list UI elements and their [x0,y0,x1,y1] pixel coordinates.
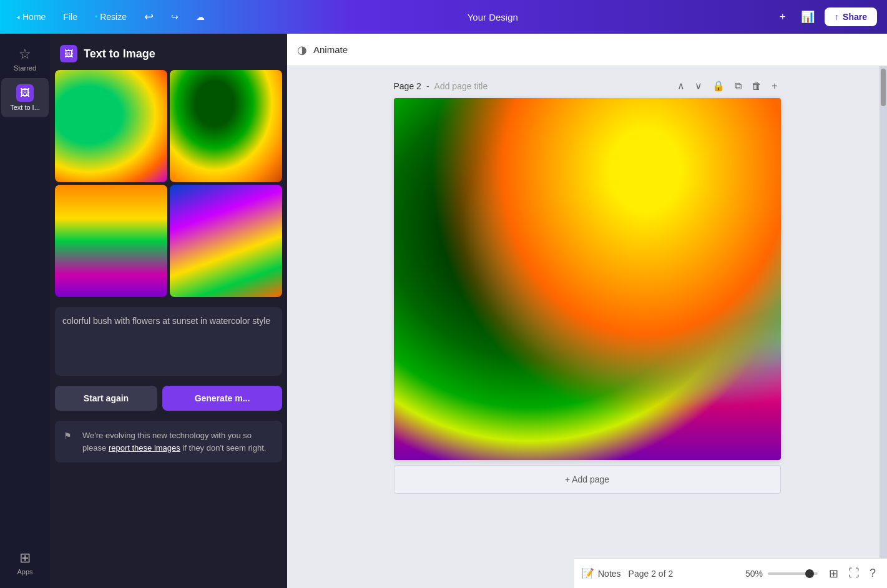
main-artwork [394,98,781,460]
apps-label: Apps [17,568,32,576]
animate-label[interactable]: Animate [313,44,348,55]
animate-icon: ◑ [297,43,307,57]
page-up-button[interactable]: ∧ [674,79,688,93]
resize-label: Resize [100,12,127,22]
page-add-button[interactable]: + [768,79,780,93]
page-header: Page 2 - Add page title ∧ ∨ 🔒 ⧉ 🗑 + [394,79,781,93]
report-link[interactable]: report these images [109,443,180,453]
zoom-controls: 50% [745,569,818,579]
grid-view-button[interactable]: ⊞ [825,564,842,583]
prompt-text: colorful bush with flowers at sunset in … [62,316,270,326]
zoom-slider[interactable] [768,572,818,575]
plus-button[interactable]: + [775,8,791,26]
notes-button[interactable]: 📝 Notes [582,567,621,579]
animate-bar: ◑ Animate [287,34,887,66]
workspace[interactable]: Page 2 - Add page title ∧ ∨ 🔒 ⧉ 🗑 + ↻ [287,66,887,558]
design-title: Your Design [468,12,518,22]
bottom-bar: 📝 Notes Page 2 of 2 50% ⊞ ⛶ ? [574,558,887,588]
home-label: Home [22,12,46,22]
generated-image-4[interactable] [170,185,282,297]
notes-label: Notes [598,569,621,579]
left-sidebar: ☆ Starred 🖼 Text to I... ⊞ Apps [0,34,50,588]
page-frame[interactable]: ↻ [394,98,781,460]
page-lock-button[interactable]: 🔒 [709,79,728,93]
generated-image-1[interactable] [55,70,167,182]
share-label: Share [843,12,867,22]
generate-button[interactable]: Generate m... [162,386,282,411]
right-scrollbar[interactable] [880,66,887,558]
panel-title: Text to Image [84,47,155,61]
page-container: Page 2 - Add page title ∧ ∨ 🔒 ⧉ 🗑 + ↻ [394,79,781,494]
starred-label: Starred [14,64,36,72]
add-page-title[interactable]: Add page title [434,81,488,91]
info-box: ⚑ We're evolving this new technology wit… [55,421,282,463]
sidebar-item-apps[interactable]: ⊞ Apps [1,544,49,582]
notes-icon: 📝 [582,567,594,579]
fullscreen-button[interactable]: ⛶ [845,564,863,583]
image-grid [50,70,287,302]
star-icon: ☆ [19,46,31,62]
info-text2: if they don't seem right. [180,443,267,453]
sidebar-item-starred[interactable]: ☆ Starred [1,40,49,78]
add-page-button[interactable]: + Add page [394,465,781,494]
zoom-percentage: 50% [745,569,763,579]
undo-button[interactable]: ↩ [138,7,160,26]
share-button[interactable]: ↑ Share [825,7,877,26]
generated-image-3[interactable] [55,185,167,297]
flag-icon: ⚑ [64,429,72,443]
page-separator: - [426,81,429,91]
cloud-button[interactable]: ☁ [190,9,211,24]
page-label: Page 2 [394,81,421,91]
analytics-button[interactable]: 📊 [796,7,820,26]
file-label: File [63,12,77,22]
help-button[interactable]: ? [866,564,880,583]
prompt-box[interactable]: colorful bush with flowers at sunset in … [55,307,282,376]
text-to-image-icon: 🖼 [16,84,34,102]
apps-icon: ⊞ [19,550,31,566]
file-button[interactable]: File [57,9,84,24]
topbar-right: + 📊 ↑ Share [775,7,877,26]
panel: 🖼 Text to Image colorful bush with flowe… [50,34,287,588]
topbar: ◂ Home File • Resize ↩ ↪ ☁ Your Design +… [0,0,887,34]
sidebar-item-text-to-image[interactable]: 🖼 Text to I... [1,78,49,117]
page-down-button[interactable]: ∨ [692,79,705,93]
generated-image-2[interactable] [170,70,282,182]
page-header-actions: ∧ ∨ 🔒 ⧉ 🗑 + [674,79,780,93]
share-icon: ↑ [835,12,839,22]
start-again-button[interactable]: Start again [55,386,157,411]
home-button[interactable]: ◂ Home [10,9,52,24]
panel-header: 🖼 Text to Image [50,34,287,70]
topbar-center: Your Design [216,12,770,22]
page-copy-button[interactable]: ⧉ [732,79,745,93]
zoom-thumb [805,569,814,578]
button-row: Start again Generate m... [50,381,287,416]
main-area: ◑ Animate Page 2 - Add page title ∧ ∨ 🔒 … [287,34,887,588]
redo-button[interactable]: ↪ [165,9,185,24]
bottom-right-icons: ⊞ ⛶ ? [825,564,880,583]
scroll-thumb [881,69,886,106]
panel-icon: 🖼 [60,45,77,62]
page-info: Page 2 of 2 [629,569,674,579]
page-delete-button[interactable]: 🗑 [748,79,765,93]
resize-button[interactable]: • Resize [89,9,133,24]
text-to-image-label: Text to I... [10,104,40,111]
